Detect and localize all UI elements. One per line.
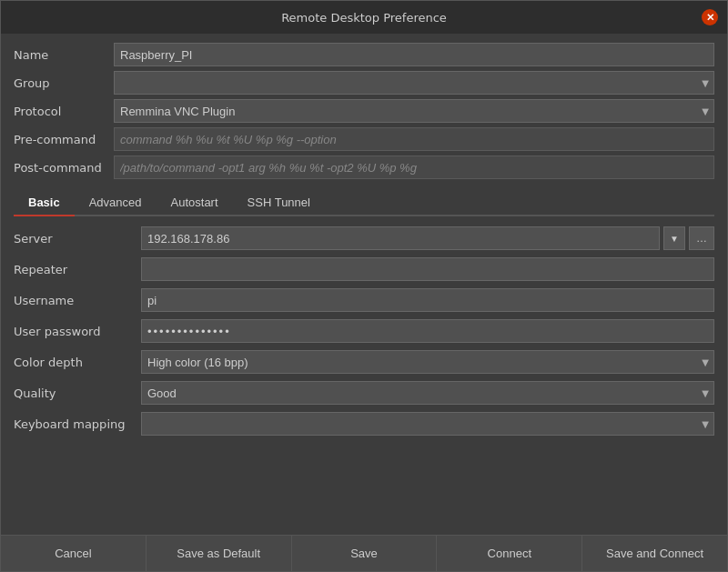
- repeater-label: Repeater: [14, 263, 141, 276]
- server-row: Server ▼ …: [14, 226, 714, 251]
- group-select[interactable]: [114, 71, 714, 95]
- protocol-select-wrapper: Remmina VNC Plugin ▼: [114, 99, 714, 123]
- save-button[interactable]: Save: [292, 536, 438, 571]
- server-dropdown-button[interactable]: ▼: [663, 226, 685, 250]
- protocol-row: Protocol Remmina VNC Plugin ▼: [14, 99, 714, 123]
- server-more-button[interactable]: …: [689, 226, 714, 250]
- user-password-label: User password: [14, 325, 141, 338]
- titlebar: Remote Desktop Preference ✕: [1, 1, 727, 34]
- tab-advanced[interactable]: Advanced: [75, 190, 157, 215]
- server-input[interactable]: [141, 226, 660, 250]
- quality-row: Quality Good Best Poor ▼: [14, 380, 714, 406]
- postcommand-input[interactable]: [114, 156, 714, 179]
- server-input-group: ▼ …: [141, 226, 714, 250]
- keyboard-mapping-select-wrapper: ▼: [141, 412, 714, 436]
- tab-content-basic: Server ▼ … Repeater Username User passwo…: [1, 216, 727, 535]
- protocol-label: Protocol: [14, 105, 114, 118]
- color-depth-select-wrapper: High color (16 bpp) True color (24 bpp) …: [141, 350, 714, 374]
- repeater-input[interactable]: [141, 257, 714, 281]
- color-depth-row: Color depth High color (16 bpp) True col…: [14, 349, 714, 375]
- precommand-row: Pre-command: [14, 127, 714, 151]
- keyboard-mapping-row: Keyboard mapping ▼: [14, 411, 714, 437]
- cancel-button[interactable]: Cancel: [1, 536, 147, 571]
- tabs-bar: Basic Advanced Autostart SSH Tunnel: [14, 190, 714, 216]
- group-label: Group: [14, 76, 114, 90]
- server-label: Server: [14, 232, 141, 246]
- protocol-select[interactable]: Remmina VNC Plugin: [114, 99, 714, 123]
- tab-basic[interactable]: Basic: [14, 190, 75, 215]
- name-row: Name: [14, 43, 714, 66]
- precommand-input[interactable]: [114, 127, 714, 151]
- keyboard-mapping-label: Keyboard mapping: [14, 417, 141, 431]
- username-row: Username: [14, 287, 714, 313]
- save-default-button[interactable]: Save as Default: [147, 536, 292, 571]
- user-password-row: User password: [14, 318, 714, 344]
- keyboard-mapping-select[interactable]: [141, 412, 714, 436]
- quality-select-wrapper: Good Best Poor ▼: [141, 381, 714, 405]
- quality-label: Quality: [14, 386, 141, 400]
- username-input[interactable]: [141, 288, 714, 312]
- username-label: Username: [14, 294, 141, 307]
- tab-autostart[interactable]: Autostart: [157, 190, 233, 215]
- color-depth-label: Color depth: [14, 356, 141, 369]
- precommand-label: Pre-command: [14, 133, 114, 146]
- dialog-title: Remote Desktop Preference: [281, 11, 447, 25]
- repeater-row: Repeater: [14, 256, 714, 282]
- group-row: Group ▼: [14, 71, 714, 95]
- footer: Cancel Save as Default Save Connect Save…: [1, 535, 727, 571]
- postcommand-row: Post-command: [14, 156, 714, 179]
- top-form: Name Group ▼ Protocol Remmina VNC Plugin…: [1, 34, 727, 185]
- close-button[interactable]: ✕: [702, 9, 718, 25]
- quality-select[interactable]: Good Best Poor: [141, 381, 714, 405]
- name-label: Name: [14, 48, 114, 62]
- group-select-wrapper: ▼: [114, 71, 714, 95]
- dialog: Remote Desktop Preference ✕ Name Group ▼…: [0, 0, 728, 572]
- postcommand-label: Post-command: [14, 161, 114, 175]
- name-input[interactable]: [114, 43, 714, 66]
- color-depth-select[interactable]: High color (16 bpp) True color (24 bpp) …: [141, 350, 714, 374]
- save-connect-button[interactable]: Save and Connect: [582, 536, 727, 571]
- tab-ssh-tunnel[interactable]: SSH Tunnel: [233, 190, 325, 215]
- user-password-input[interactable]: [141, 319, 714, 343]
- connect-button[interactable]: Connect: [437, 536, 582, 571]
